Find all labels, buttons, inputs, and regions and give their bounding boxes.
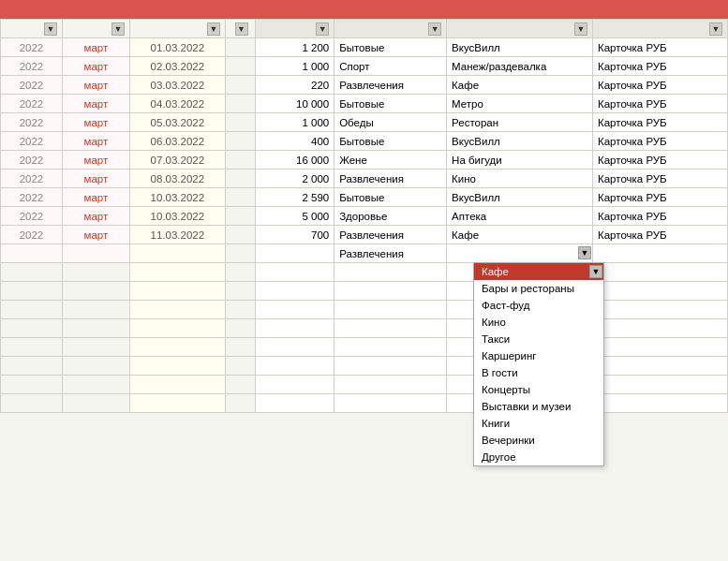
cell-sum[interactable]: 2 000 [256, 170, 334, 188]
empty-source[interactable] [593, 376, 728, 394]
cell-source[interactable]: Карточка РУБ [593, 188, 728, 207]
dropdown-item[interactable]: Концерты [474, 381, 603, 398]
cell-sum[interactable]: 1 200 [256, 38, 334, 57]
empty-sum[interactable] [256, 263, 334, 282]
cell-source[interactable]: Карточка РУБ [593, 76, 728, 95]
empty-source[interactable] [593, 282, 728, 301]
cell-source[interactable]: Карточка РУБ [593, 38, 728, 57]
cell-category[interactable]: Развлечения [334, 226, 447, 244]
empty-cat[interactable] [334, 394, 447, 413]
cell-sum[interactable] [256, 244, 334, 263]
cell-subcategory[interactable]: Манеж/раздевалка [447, 57, 593, 76]
cell-subcategory[interactable]: На бигуди [447, 151, 593, 170]
cell-subcategory[interactable]: ВкусВилл [447, 188, 593, 207]
cell-source[interactable]: Карточка РУБ [593, 170, 728, 188]
dropdown-item[interactable]: Кафе [474, 263, 603, 280]
cell-sum[interactable]: 2 590 [256, 188, 334, 207]
dropdown-item[interactable]: Выставки и музеи [474, 398, 603, 415]
dropdown-arrow-icon[interactable]: ▼ [589, 265, 602, 278]
th-year[interactable]: ▼ [1, 20, 63, 38]
cell-category[interactable]: Бытовые [334, 38, 447, 57]
cell-subcategory[interactable]: Кафе [447, 76, 593, 95]
empty-source[interactable] [593, 394, 728, 413]
cell-source[interactable]: Карточка РУБ [593, 226, 728, 244]
cell-subcategory[interactable]: Кино [447, 170, 593, 188]
cell-sum[interactable]: 220 [256, 76, 334, 95]
cell-subcategory[interactable]: ВкусВилл [447, 132, 593, 151]
empty-sum[interactable] [256, 357, 334, 376]
cell-sum[interactable]: 1 000 [256, 57, 334, 76]
cell-sum[interactable]: 1 000 [256, 113, 334, 132]
cell-category[interactable]: Бытовые [334, 188, 447, 207]
filter-source-icon[interactable]: ▼ [709, 22, 722, 36]
empty-source[interactable] [593, 338, 728, 357]
empty-source[interactable] [593, 319, 728, 338]
cell-source[interactable]: Карточка РУБ [593, 132, 728, 151]
th-subcategory[interactable]: ▼ [447, 20, 593, 38]
cell-category[interactable]: Развлечения [334, 76, 447, 95]
cell-subcategory[interactable]: ВкусВилл [447, 38, 593, 57]
cell-category[interactable]: Здоровье [334, 207, 447, 226]
empty-sum[interactable] [256, 319, 334, 338]
cell-source[interactable]: Карточка РУБ [593, 95, 728, 113]
cell-subcategory[interactable]: ▼ [447, 244, 593, 263]
empty-source[interactable] [593, 263, 728, 282]
dropdown-item[interactable]: Фаст-фуд [474, 297, 603, 314]
empty-sum[interactable] [256, 376, 334, 394]
cell-category[interactable]: Развлечения [334, 244, 447, 263]
empty-cat[interactable] [334, 263, 447, 282]
dropdown-item[interactable]: Бары и рестораны [474, 280, 603, 297]
cell-category[interactable]: Развлечения [334, 170, 447, 188]
cell-category[interactable]: Бытовые [334, 132, 447, 151]
cell-subcategory[interactable]: Кафе [447, 226, 593, 244]
cell-sum[interactable]: 5 000 [256, 207, 334, 226]
dropdown-item[interactable]: Каршеринг [474, 347, 603, 364]
empty-cat[interactable] [334, 282, 447, 301]
filter-subcat-icon[interactable]: ▼ [574, 22, 587, 36]
cell-sum[interactable]: 10 000 [256, 95, 334, 113]
empty-cat[interactable] [334, 357, 447, 376]
th-month[interactable]: ▼ [62, 20, 129, 38]
dropdown-item[interactable]: Вечеринки [474, 432, 603, 449]
cell-source[interactable]: Карточка РУБ [593, 113, 728, 132]
cell-sum[interactable]: 400 [256, 132, 334, 151]
filter-cat-icon[interactable]: ▼ [428, 22, 441, 36]
empty-cat[interactable] [334, 301, 447, 319]
dropdown-item[interactable]: Такси [474, 331, 603, 347]
th-source[interactable]: ▼ [593, 20, 728, 38]
empty-sum[interactable] [256, 282, 334, 301]
cell-source[interactable]: Карточка РУБ [593, 151, 728, 170]
filter-year-icon[interactable]: ▼ [44, 22, 57, 36]
cell-subcategory[interactable]: Метро [447, 95, 593, 113]
empty-sum[interactable] [256, 338, 334, 357]
th-category[interactable]: ▼ [334, 20, 447, 38]
empty-source[interactable] [593, 357, 728, 376]
th-sum[interactable]: ▼ [256, 20, 334, 38]
subcategory-dropdown[interactable]: ▼ КафеБары и рестораныФаст-фудКиноТаксиК… [473, 262, 604, 466]
filter-sum-icon[interactable]: ▼ [316, 22, 329, 36]
cell-category[interactable]: Спорт [334, 57, 447, 76]
filter-date-icon[interactable]: ▼ [207, 22, 220, 36]
filter-empty-icon[interactable]: ▼ [235, 22, 248, 36]
dropdown-item[interactable]: Кино [474, 314, 603, 331]
empty-cat[interactable] [334, 338, 447, 357]
empty-source[interactable] [593, 301, 728, 319]
cell-sum[interactable]: 16 000 [256, 151, 334, 170]
empty-sum[interactable] [256, 394, 334, 413]
cell-source[interactable]: Карточка РУБ [593, 207, 728, 226]
empty-sum[interactable] [256, 301, 334, 319]
cell-category[interactable]: Жене [334, 151, 447, 170]
cell-category[interactable]: Обеды [334, 113, 447, 132]
dropdown-item[interactable]: Книги [474, 415, 603, 432]
dropdown-item[interactable]: В гости [474, 364, 603, 381]
dropdown-item[interactable]: Другое [474, 449, 603, 465]
filter-month-icon[interactable]: ▼ [111, 22, 125, 36]
cell-source[interactable] [593, 244, 728, 263]
cell-subcategory[interactable]: Аптека [447, 207, 593, 226]
cell-sum[interactable]: 700 [256, 226, 334, 244]
cell-source[interactable]: Карточка РУБ [593, 57, 728, 76]
empty-cat[interactable] [334, 376, 447, 394]
cell-category[interactable]: Бытовые [334, 95, 447, 113]
subcat-dropdown-trigger[interactable]: ▼ [578, 246, 591, 259]
cell-subcategory[interactable]: Ресторан [447, 113, 593, 132]
